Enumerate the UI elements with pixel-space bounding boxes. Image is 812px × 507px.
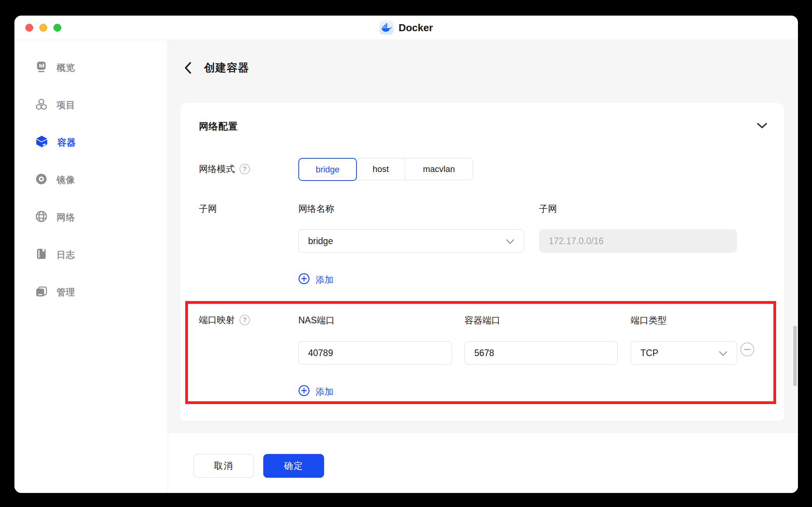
sidebar-item-label: 网络 xyxy=(57,211,75,223)
minimize-window-button[interactable] xyxy=(39,24,47,32)
chevron-down-icon xyxy=(719,348,727,358)
projects-icon xyxy=(35,98,48,112)
container-port-input[interactable] xyxy=(465,341,618,365)
subnet-field-label: 子网 xyxy=(539,203,557,215)
collapse-section-button[interactable] xyxy=(755,119,769,133)
logs-icon xyxy=(35,248,48,262)
plus-circle-icon xyxy=(298,385,310,399)
back-button[interactable] xyxy=(182,61,194,74)
port-type-select[interactable]: TCP xyxy=(631,341,737,365)
sidebar-item-label: 概览 xyxy=(57,62,75,74)
app-title: Docker xyxy=(399,22,433,34)
sidebar: 概览 项目 xyxy=(14,40,168,493)
sidebar-item-label: 容器 xyxy=(57,136,76,149)
sidebar-item-label: 日志 xyxy=(57,249,75,261)
network-icon xyxy=(35,210,48,224)
network-name-label: 网络名称 xyxy=(298,203,334,215)
sidebar-item-containers[interactable]: 容器 xyxy=(14,124,168,161)
page-title: 创建容器 xyxy=(204,60,249,75)
sidebar-item-images[interactable]: 镜像 xyxy=(14,161,168,199)
add-port-mapping-link[interactable]: 添加 xyxy=(298,385,333,399)
network-name-select[interactable]: bridge xyxy=(298,229,524,253)
sidebar-item-label: 项目 xyxy=(57,99,75,111)
traffic-lights xyxy=(25,16,61,40)
screen: Docker 概览 xyxy=(0,0,812,507)
port-type-label: 端口类型 xyxy=(631,314,667,326)
network-mode-segmented-control: bridge host macvlan xyxy=(298,158,473,180)
images-icon xyxy=(35,173,48,187)
footer-bar: 取消 确定 xyxy=(168,432,798,493)
subnet-row-label: 子网 xyxy=(199,203,217,215)
close-window-button[interactable] xyxy=(25,24,33,32)
network-mode-label: 网络模式 xyxy=(199,163,235,175)
mode-option-bridge[interactable]: bridge xyxy=(298,158,357,181)
subnet-input xyxy=(539,229,737,253)
help-icon[interactable]: ? xyxy=(239,164,250,174)
section-title: 网络配置 xyxy=(199,120,238,133)
main-content: 创建容器 网络配置 网络模式 ? bridge xyxy=(168,40,798,493)
confirm-button[interactable]: 确定 xyxy=(263,454,324,478)
vertical-scrollbar[interactable] xyxy=(793,326,797,386)
network-config-card: 网络配置 网络模式 ? bridge host macvlan xyxy=(180,103,785,421)
remove-port-mapping-button[interactable] xyxy=(740,342,754,356)
add-port-mapping-label: 添加 xyxy=(316,386,333,398)
sidebar-item-label: 镜像 xyxy=(57,174,75,186)
page-header: 创建容器 xyxy=(182,60,249,75)
add-network-label: 添加 xyxy=(316,274,333,286)
nas-port-label: NAS端口 xyxy=(298,314,335,326)
docker-whale-icon xyxy=(379,21,394,35)
nas-port-input[interactable] xyxy=(298,341,452,365)
sidebar-item-logs[interactable]: 日志 xyxy=(14,236,168,273)
zoom-window-button[interactable] xyxy=(53,24,61,32)
sidebar-item-overview[interactable]: 概览 xyxy=(14,49,168,86)
chevron-down-icon xyxy=(506,236,514,246)
sidebar-item-manage[interactable]: 管理 xyxy=(14,273,168,311)
mode-option-macvlan[interactable]: macvlan xyxy=(405,158,473,180)
container-port-label: 容器端口 xyxy=(465,314,500,326)
docker-app-window: Docker 概览 xyxy=(14,16,798,493)
sidebar-item-projects[interactable]: 项目 xyxy=(14,86,168,124)
port-mapping-label: 端口映射 xyxy=(199,314,235,326)
network-name-value: bridge xyxy=(308,236,333,246)
help-icon[interactable]: ? xyxy=(239,315,250,325)
containers-icon xyxy=(35,135,48,150)
mode-option-host[interactable]: host xyxy=(356,158,405,180)
port-type-value: TCP xyxy=(640,348,658,358)
port-mapping-row-label: 端口映射 ? xyxy=(199,309,250,331)
manage-icon xyxy=(35,285,48,299)
cancel-button[interactable]: 取消 xyxy=(193,454,254,478)
network-mode-row-label: 网络模式 ? xyxy=(199,158,250,180)
sidebar-item-label: 管理 xyxy=(57,286,75,298)
sidebar-item-network[interactable]: 网络 xyxy=(14,199,168,236)
add-network-link[interactable]: 添加 xyxy=(298,273,333,287)
plus-circle-icon xyxy=(298,273,310,287)
titlebar: Docker xyxy=(14,16,798,40)
overview-icon xyxy=(35,60,48,74)
